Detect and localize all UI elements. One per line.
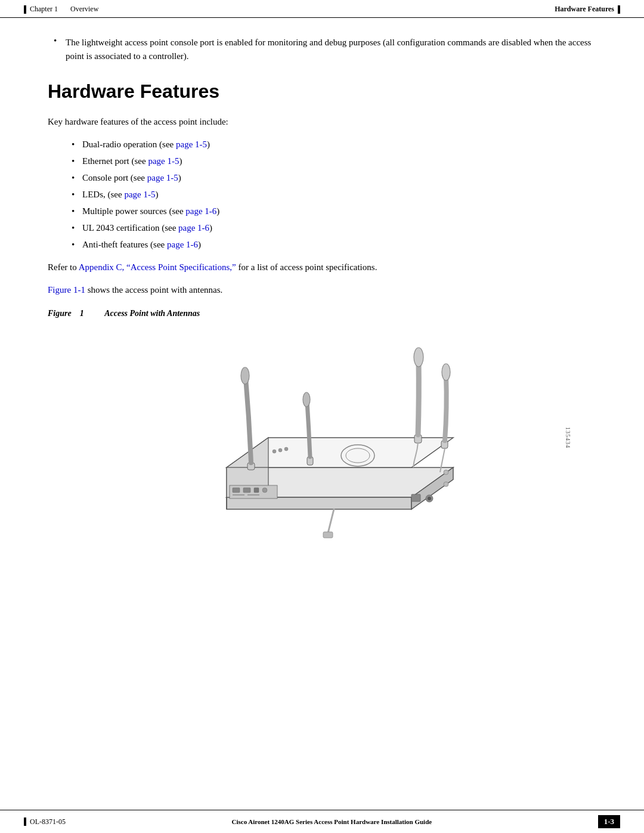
svg-point-27 (273, 450, 276, 453)
footer-right: 1-3 (598, 815, 620, 828)
link-power[interactable]: page 1-6 (185, 206, 216, 216)
page-number: 1-3 (598, 815, 620, 828)
main-content: The lightweight access point console por… (0, 18, 644, 611)
refer-after: for a list of access point specification… (236, 262, 377, 272)
header-bar-left-icon (24, 5, 26, 14)
page-header: Chapter 1 Overview Hardware Features (0, 0, 644, 18)
svg-marker-5 (227, 438, 268, 467)
page-footer: OL-8371-05 Cisco Aironet 1240AG Series A… (0, 810, 644, 833)
svg-point-29 (284, 447, 288, 451)
figure-ref-after: shows the access point with antennas. (85, 285, 222, 295)
svg-point-14 (414, 348, 423, 367)
refer-text: Refer to Appendix C, “Access Point Speci… (48, 260, 596, 274)
footer-doc-number: OL-8371-05 (30, 817, 66, 826)
list-item: LEDs, (see page 1-5) (72, 187, 596, 202)
list-item: Multiple power sources (see page 1-6) (72, 204, 596, 218)
svg-point-26 (428, 497, 431, 500)
list-item: Console port (see page 1-5) (72, 171, 596, 185)
body-intro: Key hardware features of the access poin… (48, 114, 596, 129)
footer-center: Cisco Aironet 1240AG Series Access Point… (231, 818, 432, 825)
section-heading: Hardware Features (48, 80, 596, 103)
svg-rect-22 (233, 494, 244, 496)
svg-rect-18 (233, 488, 240, 493)
svg-rect-23 (247, 494, 259, 496)
header-left: Chapter 1 Overview (24, 5, 98, 14)
svg-point-28 (278, 448, 282, 452)
link-ethernet[interactable]: page 1-5 (148, 156, 179, 166)
svg-rect-19 (243, 488, 250, 493)
footer-guide-title: Cisco Aironet 1240AG Series Access Point… (231, 818, 432, 825)
link-ul[interactable]: page 1-6 (178, 223, 209, 233)
svg-rect-20 (254, 488, 259, 493)
header-bar-right-icon (618, 5, 620, 14)
list-item: Anti-theft features (see page 1-6) (72, 237, 596, 252)
appendix-c-link[interactable]: Appendix C, “Access Point Specifications… (79, 262, 236, 272)
figure-caption-label: Figure (48, 309, 78, 318)
link-antitheft[interactable]: page 1-6 (167, 240, 198, 249)
chapter-title: Overview (70, 5, 98, 14)
figure-ref-text: Figure 1-1 shows the access point with a… (48, 283, 596, 297)
refer-before: Refer to (48, 262, 79, 272)
feature-bullet-list: Dual-radio operation (see page 1-5) Ethe… (72, 137, 596, 252)
svg-point-10 (241, 367, 249, 384)
link-leds[interactable]: page 1-5 (124, 190, 155, 199)
svg-rect-24 (411, 494, 420, 501)
footer-bar-icon (24, 817, 26, 826)
figure-caption-title: Access Point with Antennas (104, 309, 200, 318)
list-item: Ethernet port (see page 1-5) (72, 154, 596, 168)
svg-point-31 (444, 482, 448, 487)
figure-container: 135434 (48, 324, 596, 551)
svg-point-12 (303, 392, 310, 407)
figure-caption-separator (86, 309, 103, 318)
access-point-image (155, 324, 489, 551)
link-dual-radio[interactable]: page 1-5 (176, 140, 207, 149)
figure-caption: Figure 1 Access Point with Antennas (48, 309, 596, 318)
figure-caption-number: 1 (80, 309, 84, 318)
chapter-label: Chapter 1 (30, 5, 58, 14)
svg-rect-32 (323, 532, 333, 538)
list-item: UL 2043 certification (see page 1-6) (72, 221, 596, 235)
link-console[interactable]: page 1-5 (147, 173, 178, 182)
section-title-header: Hardware Features (555, 5, 614, 14)
svg-point-16 (442, 364, 450, 380)
svg-point-30 (444, 470, 448, 475)
header-right: Hardware Features (555, 5, 620, 14)
intro-bullet-text: The lightweight access point console por… (66, 36, 596, 63)
figure-1-1-link[interactable]: Figure 1-1 (48, 285, 85, 295)
svg-marker-1 (227, 497, 411, 509)
list-item: Dual-radio operation (see page 1-5) (72, 137, 596, 151)
svg-rect-21 (262, 488, 267, 493)
figure-watermark: 135434 (565, 427, 571, 448)
footer-left: OL-8371-05 (24, 817, 66, 826)
intro-bullet: The lightweight access point console por… (48, 36, 596, 63)
